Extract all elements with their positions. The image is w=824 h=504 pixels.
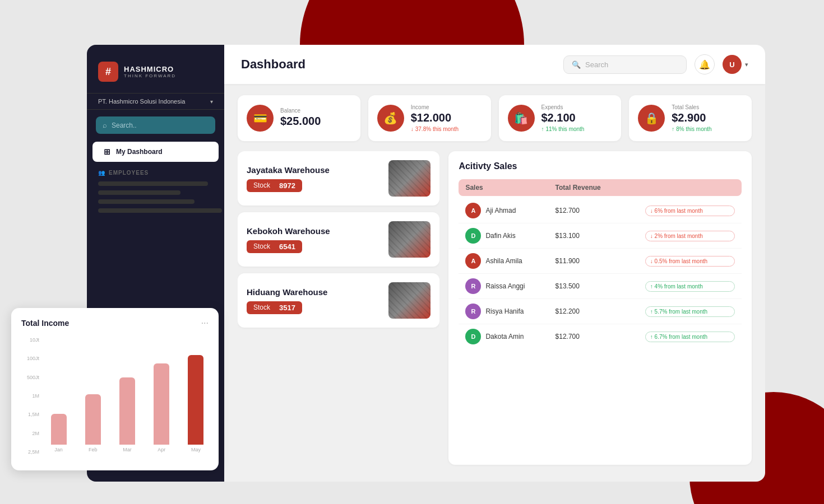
sidebar-item-dashboard[interactable]: ⊞ My Dashboard bbox=[92, 142, 219, 162]
sidebar-menu-bar-2 bbox=[98, 190, 180, 195]
chart-header: Total Income ··· bbox=[21, 318, 209, 328]
logo-text: HASHMICRO THINK FORWARD bbox=[124, 65, 176, 78]
employees-icon: 👥 bbox=[98, 170, 105, 176]
sales-person-aji: A Aji Ahmad bbox=[465, 203, 555, 218]
bar-label-Mar: Mar bbox=[123, 447, 132, 452]
income-change-arrow: ↓ bbox=[411, 126, 414, 132]
chart-area: 2,5M2M1,5M1M500Jt100Jt10Jt Jan Feb Mar A… bbox=[21, 337, 209, 455]
sales-avatar-aji: A bbox=[465, 203, 481, 218]
chart-bar-May: May bbox=[183, 355, 209, 452]
sales-change-risya: ↑ 5.7% from last month bbox=[645, 306, 735, 317]
sidebar-company[interactable]: PT. Hashmicro Solusi Indonesia ▾ bbox=[87, 93, 224, 110]
lower-section: Jayataka Warehouse Stock 8972 Kebokoh Wa… bbox=[238, 151, 752, 465]
chart-bar-Jan: Jan bbox=[46, 414, 71, 452]
sales-name-dafin: Dafin Akis bbox=[485, 232, 515, 240]
stat-card-income: 💰 Income $12.000 ↓ 37.8% this month bbox=[368, 95, 491, 141]
activity-row-ashila: A Ashila Amila $11.900 ↓ 0.5% from last … bbox=[459, 249, 742, 274]
sidebar-menu-bar-4 bbox=[98, 208, 222, 213]
expends-info: Expends $2.100 ↑ 11% this month bbox=[541, 104, 613, 132]
chart-bar-Apr: Apr bbox=[149, 363, 174, 452]
stat-card-total-sales: 🔒 Total Sales $2.900 ↑ 8% this month bbox=[629, 95, 752, 141]
bar-label-May: May bbox=[191, 447, 201, 452]
sales-revenue-dafin: $13.100 bbox=[555, 232, 645, 240]
main-content: Dashboard 🔍 🔔 U ▾ 💳 Balanc bbox=[224, 45, 765, 482]
activity-row-dafin: D Dafin Akis $13.100 ↓ 2% from last mont… bbox=[459, 223, 742, 249]
chart-menu-button[interactable]: ··· bbox=[201, 318, 209, 328]
header-right: 🔍 🔔 U ▾ bbox=[563, 54, 748, 74]
chart-bars-container: Jan Feb Mar Apr May bbox=[46, 337, 209, 455]
sales-change-raissa: ↑ 4% from last month bbox=[645, 281, 735, 292]
sales-change-dakota: ↑ 6.7% from last month bbox=[645, 332, 735, 342]
bar-fill-Apr bbox=[154, 363, 169, 445]
sales-name-raissa: Raissa Anggi bbox=[485, 282, 525, 290]
header-search-container: 🔍 bbox=[563, 55, 687, 74]
activity-row-dakota: D Dakota Amin $12.700 ↑ 6.7% from last m… bbox=[459, 324, 742, 349]
stat-cards-grid: 💳 Balance $25.000 💰 Income $12.000 ↓ 37.… bbox=[238, 95, 752, 141]
sidebar-item-label: My Dashboard bbox=[116, 148, 163, 156]
total-sales-info: Total Sales $2.900 ↑ 8% this month bbox=[672, 104, 743, 132]
bar-fill-Feb bbox=[85, 394, 101, 445]
sidebar-search-input[interactable] bbox=[112, 122, 209, 129]
activity-row-aji: A Aji Ahmad $12.700 ↓ 6% from last month bbox=[459, 198, 742, 223]
income-label: Income bbox=[411, 104, 482, 110]
sales-change-aji: ↓ 6% from last month bbox=[645, 206, 735, 216]
warehouse-card-jayataka: Jayataka Warehouse Stock 8972 bbox=[238, 151, 439, 206]
sales-change-ashila: ↓ 0.5% from last month bbox=[645, 256, 735, 267]
warehouse-kebokoh-stock: Stock 6541 bbox=[247, 240, 302, 253]
sidebar-search-icon: ⌕ bbox=[103, 121, 107, 129]
sales-person-raissa: R Raissa Anggi bbox=[465, 278, 555, 294]
logo-tagline: THINK FORWARD bbox=[124, 73, 176, 78]
income-value: $12.000 bbox=[411, 111, 482, 124]
income-info: Income $12.000 ↓ 37.8% this month bbox=[411, 104, 482, 132]
warehouse-jayataka-image bbox=[388, 160, 430, 197]
avatar-button[interactable]: U ▾ bbox=[723, 55, 748, 74]
avatar: U bbox=[723, 55, 742, 74]
sidebar-search-container: ⌕ bbox=[96, 116, 215, 134]
col-header-revenue: Total Revenue bbox=[555, 184, 645, 192]
warehouse-hiduang-name: Hiduang Warehouse bbox=[247, 287, 388, 297]
income-icon: 💰 bbox=[377, 105, 404, 132]
warehouse-jayataka-info: Jayataka Warehouse Stock 8972 bbox=[247, 165, 388, 192]
sales-revenue-aji: $12.700 bbox=[555, 207, 645, 214]
warehouse-card-kebokoh: Kebokoh Warehouse Stock 6541 bbox=[238, 212, 439, 267]
warehouse-kebokoh-image bbox=[388, 221, 430, 258]
chart-bar-Feb: Feb bbox=[80, 394, 105, 452]
bar-label-Feb: Feb bbox=[89, 447, 98, 452]
total-sales-value: $2.900 bbox=[672, 111, 743, 124]
sales-name-risya: Risya Hanifa bbox=[485, 307, 524, 315]
sales-name-dakota: Dakota Amin bbox=[485, 333, 524, 340]
sales-person-ashila: A Ashila Amila bbox=[465, 253, 555, 269]
stat-card-expends: 🛍️ Expends $2.100 ↑ 11% this month bbox=[499, 95, 622, 141]
company-dropdown-icon: ▾ bbox=[210, 99, 213, 105]
sales-person-dakota: D Dakota Amin bbox=[465, 329, 555, 344]
sidebar-menu-bar-3 bbox=[98, 199, 195, 204]
income-change: ↓ 37.8% this month bbox=[411, 126, 482, 132]
col-header-change bbox=[645, 184, 735, 192]
chart-bar-Mar: Mar bbox=[114, 377, 140, 452]
stat-card-balance: 💳 Balance $25.000 bbox=[238, 95, 360, 141]
notification-button[interactable]: 🔔 bbox=[695, 54, 715, 74]
sales-change-dafin: ↓ 2% from last month bbox=[645, 231, 735, 241]
chart-y-label: 2M bbox=[21, 431, 39, 436]
sales-person-risya: R Risya Hanifa bbox=[465, 304, 555, 319]
warehouse-list: Jayataka Warehouse Stock 8972 Kebokoh Wa… bbox=[238, 151, 439, 465]
warehouse-hiduang-image bbox=[388, 282, 430, 319]
balance-info: Balance $25.000 bbox=[280, 108, 351, 129]
expends-label: Expends bbox=[541, 104, 613, 110]
expends-change-arrow: ↑ bbox=[541, 126, 544, 132]
expends-icon: 🛍️ bbox=[508, 105, 535, 132]
bars: Jan Feb Mar Apr May bbox=[46, 337, 209, 455]
activity-title: Acitivty Sales bbox=[459, 161, 742, 171]
avatar-chevron-icon: ▾ bbox=[745, 61, 748, 68]
activity-rows: A Aji Ahmad $12.700 ↓ 6% from last month… bbox=[459, 198, 742, 349]
header-search-input[interactable] bbox=[585, 60, 678, 69]
activity-table-header: Sales Total Revenue bbox=[459, 179, 742, 196]
chart-y-label: 1,5M bbox=[21, 412, 39, 417]
sales-revenue-ashila: $11.900 bbox=[555, 257, 645, 265]
sales-avatar-risya: R bbox=[465, 304, 481, 319]
bar-fill-Jan bbox=[51, 414, 67, 445]
warehouse-card-hiduang: Hiduang Warehouse Stock 3517 bbox=[238, 273, 439, 328]
sales-avatar-raissa: R bbox=[465, 278, 481, 294]
warehouse-jayataka-name: Jayataka Warehouse bbox=[247, 165, 388, 175]
col-header-sales: Sales bbox=[465, 184, 555, 192]
